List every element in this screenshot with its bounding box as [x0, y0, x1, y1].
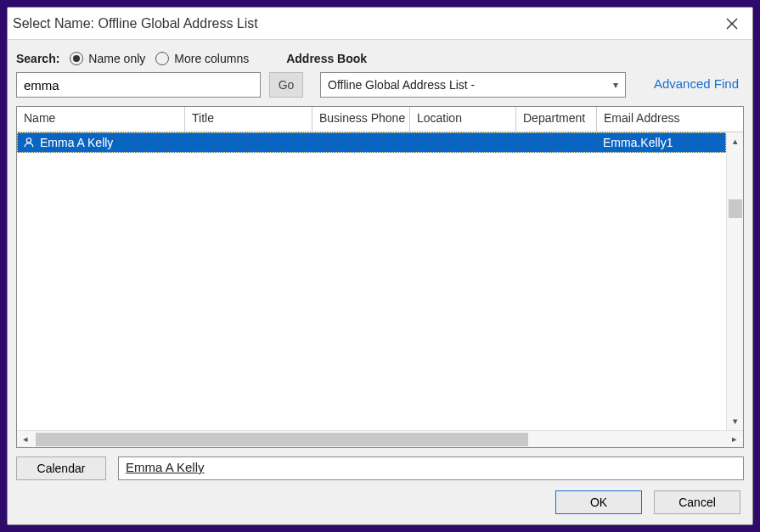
cell-name: Emma A Kelly: [40, 136, 113, 149]
calendar-row: Calendar Emma A Kelly: [8, 448, 752, 485]
ok-button[interactable]: OK: [555, 490, 642, 514]
search-input[interactable]: [16, 72, 261, 98]
radio-icon: [70, 52, 83, 65]
select-name-dialog: Select Name: Offline Global Address List…: [7, 7, 753, 525]
person-icon: [23, 137, 35, 148]
col-name[interactable]: Name: [17, 107, 185, 132]
input-row: Go Offline Global Address List - ▾ Advan…: [8, 69, 752, 106]
scroll-right-icon[interactable]: ▸: [726, 434, 743, 445]
col-email[interactable]: Email Address: [597, 107, 743, 132]
cell-email: Emma.Kelly1: [598, 136, 725, 149]
radio-more-columns[interactable]: More columns: [155, 52, 249, 65]
list-rows: Emma A Kelly Emma.Kelly1: [17, 132, 726, 430]
chevron-down-icon: ▾: [613, 79, 618, 91]
col-location[interactable]: Location: [410, 107, 516, 132]
close-button[interactable]: [720, 12, 744, 36]
column-headers: Name Title Business Phone Location Depar…: [17, 107, 743, 132]
address-book-selected: Offline Global Address List -: [328, 78, 475, 92]
search-label: Search:: [16, 52, 59, 65]
cancel-button[interactable]: Cancel: [654, 490, 740, 514]
go-button[interactable]: Go: [269, 72, 303, 98]
radio-icon: [155, 52, 169, 65]
svg-point-2: [26, 138, 31, 143]
advanced-find-link[interactable]: Advanced Find: [654, 72, 744, 98]
dialog-title: Select Name: Offline Global Address List: [13, 16, 258, 31]
calendar-button[interactable]: Calendar: [16, 456, 106, 480]
scroll-thumb[interactable]: [36, 433, 528, 446]
scroll-down-icon[interactable]: ▾: [733, 416, 738, 427]
radio-more-columns-label: More columns: [174, 52, 249, 65]
col-department[interactable]: Department: [516, 107, 597, 132]
address-book-combo[interactable]: Offline Global Address List - ▾: [320, 72, 626, 98]
table-row[interactable]: Emma A Kelly Emma.Kelly1: [17, 132, 726, 153]
dialog-footer: OK Cancel: [8, 485, 752, 524]
search-row: Search: Name only More columns Address B…: [8, 40, 752, 69]
scroll-thumb[interactable]: [729, 199, 742, 218]
radio-name-only-label: Name only: [88, 52, 145, 65]
results-list: Name Title Business Phone Location Depar…: [16, 106, 744, 448]
close-icon: [726, 18, 738, 30]
selected-name-text: Emma A Kelly: [126, 460, 205, 474]
col-title[interactable]: Title: [185, 107, 312, 132]
vertical-scrollbar[interactable]: ▴ ▾: [726, 132, 743, 430]
selected-names-field[interactable]: Emma A Kelly: [118, 456, 744, 480]
list-body: Emma A Kelly Emma.Kelly1 ▴ ▾: [17, 132, 743, 430]
radio-name-only[interactable]: Name only: [70, 52, 145, 65]
scroll-up-icon[interactable]: ▴: [733, 136, 738, 147]
horizontal-scrollbar[interactable]: ◂ ▸: [17, 430, 743, 447]
titlebar: Select Name: Offline Global Address List: [8, 8, 752, 40]
address-book-label: Address Book: [286, 52, 367, 65]
col-phone[interactable]: Business Phone: [312, 107, 410, 132]
scroll-left-icon[interactable]: ◂: [17, 434, 34, 445]
